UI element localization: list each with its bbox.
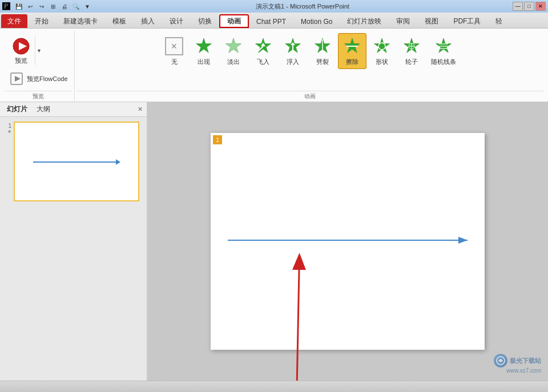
tab-template[interactable]: 模板	[105, 14, 134, 28]
panel-close-button[interactable]: ✕	[135, 105, 144, 114]
quick-access-toolbar: 🅿 💾 ↩ ↪ ⊞ 🖨 🔍 ▼ 演示文稿1 - Microsoft PowerP…	[0, 0, 548, 13]
anim-fadeout[interactable]: 淡出	[219, 33, 248, 69]
ribbon-group-animation: ✕ 无 出现	[75, 31, 546, 102]
tab-slideshow[interactable]: 幻灯片放映	[340, 14, 389, 28]
anim-wheel-label: 轮子	[405, 58, 418, 66]
anim-shape-icon	[372, 36, 392, 56]
zoom-btn[interactable]: 🔍	[71, 1, 81, 11]
tab-light[interactable]: 轻	[488, 14, 510, 28]
tab-insert[interactable]: 插入	[134, 14, 162, 28]
svg-marker-23	[436, 38, 452, 52]
anim-random-lines[interactable]: 随机线条	[427, 33, 460, 69]
slide-main-canvas[interactable]: 1	[211, 133, 485, 350]
anim-wipe[interactable]: 擦除	[338, 33, 366, 69]
tab-switch[interactable]: 切换	[191, 14, 219, 28]
preview-group-label: 预览	[5, 91, 72, 102]
svg-marker-15	[345, 38, 360, 52]
animation-group-label: 动画	[77, 91, 543, 102]
animation-items: ✕ 无 出现	[158, 31, 462, 91]
anim-fadeout-icon	[223, 36, 244, 56]
blue-arrow	[211, 133, 485, 350]
preview-button[interactable]: 预览 ▼	[6, 33, 57, 68]
tab-pdf[interactable]: PDF工具	[446, 14, 488, 28]
anim-wheel-icon	[401, 36, 422, 56]
main-content: 幻灯片 大纲 ✕ 1 ★	[0, 102, 548, 381]
svg-marker-17	[374, 38, 390, 52]
anim-split-label: 劈裂	[316, 58, 329, 66]
slide-canvas-area: 1	[147, 102, 548, 381]
ribbon-group-preview: 预览 ▼ 预览FlowCode 预览	[2, 31, 75, 102]
preview-buttons: 预览 ▼ 预览FlowCode	[5, 31, 72, 91]
tab-view[interactable]: 视图	[417, 14, 446, 28]
none-visual: ✕	[165, 37, 183, 55]
app-layout: 🅿 💾 ↩ ↪ ⊞ 🖨 🔍 ▼ 演示文稿1 - Microsoft PowerP…	[0, 0, 548, 392]
title-text: 演示文稿1 - Microsoft PowerPoint	[94, 2, 511, 11]
anim-floatin-label: 浮入	[287, 58, 299, 66]
flowcode-icon	[9, 71, 25, 87]
watermark-name: 极光下载站	[510, 357, 541, 365]
slide-star-icon: ★	[7, 129, 11, 134]
anim-shape[interactable]: 形状	[368, 33, 396, 69]
tab-motion-go[interactable]: Motion Go	[293, 14, 340, 28]
slide-number-1: 1 ★	[5, 122, 11, 201]
anim-wipe-icon	[342, 36, 362, 56]
slide-panel: 幻灯片 大纲 ✕ 1 ★	[0, 102, 147, 381]
anim-fadeout-label: 淡出	[227, 58, 240, 66]
tab-design[interactable]: 设计	[162, 14, 191, 28]
anim-flyin[interactable]: 飞入	[249, 33, 277, 69]
anim-flyin-icon	[253, 36, 273, 56]
anim-appear[interactable]: 出现	[190, 33, 218, 69]
anim-floatin[interactable]: 浮入	[279, 33, 307, 69]
tab-new[interactable]: 新建选项卡	[56, 14, 105, 28]
anim-shape-label: 形状	[376, 58, 388, 66]
ribbon-content: 预览 ▼ 预览FlowCode 预览	[0, 29, 548, 102]
anim-none-label: 无	[171, 58, 178, 66]
svg-marker-3	[15, 76, 21, 82]
anim-floatin-icon	[283, 36, 303, 56]
preview-dropdown-arrow[interactable]: ▼	[35, 36, 42, 65]
status-bar	[0, 381, 548, 392]
flowcode-label: 预览FlowCode	[27, 75, 68, 83]
slide-panel-tab-bar: 幻灯片 大纲 ✕	[0, 102, 147, 117]
anim-none-icon: ✕	[164, 36, 184, 56]
anim-split-icon	[312, 36, 333, 56]
anim-wipe-label: 擦除	[346, 58, 358, 66]
tab-outline[interactable]: 大纲	[32, 103, 55, 115]
undo-btn[interactable]: ↩	[25, 1, 35, 11]
maximize-btn[interactable]: □	[524, 2, 534, 11]
slide-list: 1 ★	[0, 117, 147, 381]
tab-chat-ppt[interactable]: Chat PPT	[249, 14, 293, 28]
watermark: 极光下载站 www.xz7.com	[494, 354, 541, 374]
anim-appear-icon	[194, 36, 214, 56]
flowcode-button[interactable]: 预览FlowCode	[6, 69, 71, 88]
app-icon: 🅿	[2, 2, 10, 11]
anim-random-lines-icon	[433, 36, 454, 56]
print-btn[interactable]: 🖨	[59, 1, 70, 11]
anim-wheel[interactable]: 轮子	[397, 33, 426, 69]
anim-random-lines-label: 随机线条	[431, 58, 456, 66]
slide-thumbnail-1: 1 ★	[5, 122, 142, 201]
more-btn[interactable]: ▼	[82, 1, 92, 11]
tab-animation[interactable]: 动画	[219, 14, 249, 28]
anim-split[interactable]: 劈裂	[308, 33, 337, 69]
tab-slides[interactable]: 幻灯片	[2, 103, 32, 115]
watermark-logo: 极光下载站	[494, 354, 541, 367]
anim-appear-label: 出现	[198, 58, 210, 66]
tab-file[interactable]: 文件	[1, 14, 27, 28]
thumbnail-arrow	[33, 161, 119, 163]
preview-play-icon	[11, 36, 31, 56]
anim-flyin-label: 飞入	[257, 58, 269, 66]
ribbon-tabs: 文件 开始 新建选项卡 模板 插入 设计 切换 动画 Chat PPT Moti…	[0, 13, 548, 29]
watermark-url: www.xz7.com	[494, 367, 541, 374]
save-btn[interactable]: 💾	[14, 1, 24, 11]
tab-review[interactable]: 审阅	[389, 14, 417, 28]
slide-thumb-box-1[interactable]	[14, 122, 139, 201]
redo-btn[interactable]: ↪	[37, 1, 47, 11]
close-btn[interactable]: ✕	[535, 2, 546, 11]
svg-marker-4	[196, 38, 212, 52]
anim-none[interactable]: ✕ 无	[160, 33, 188, 69]
tab-start[interactable]: 开始	[27, 14, 56, 28]
watermark-circle-icon	[494, 354, 507, 367]
minimize-btn[interactable]: —	[513, 2, 523, 11]
new-btn[interactable]: ⊞	[48, 1, 58, 11]
